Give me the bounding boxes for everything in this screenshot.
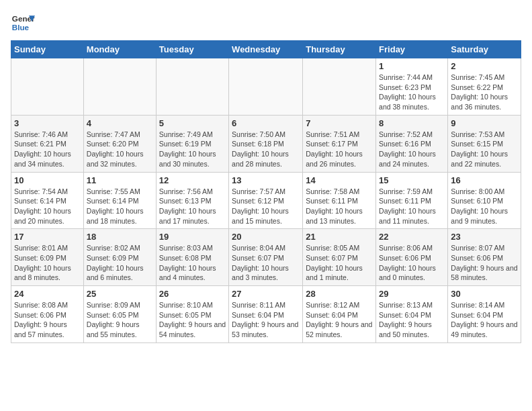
day-number: 9	[451, 118, 518, 128]
logo-icon: General Blue	[11, 11, 35, 35]
day-info: Sunrise: 8:07 AM Sunset: 6:06 PM Dayligh…	[451, 243, 518, 283]
day-info: Sunrise: 8:06 AM Sunset: 6:06 PM Dayligh…	[379, 243, 445, 283]
day-number: 30	[451, 289, 518, 299]
day-number: 10	[14, 175, 81, 185]
day-number: 14	[306, 175, 373, 185]
day-number: 6	[232, 118, 300, 128]
column-header-saturday: Saturday	[448, 41, 521, 58]
day-info: Sunrise: 7:46 AM Sunset: 6:21 PM Dayligh…	[14, 130, 81, 169]
calendar-cell	[229, 58, 303, 116]
calendar-cell: 3Sunrise: 7:46 AM Sunset: 6:21 PM Daylig…	[11, 115, 84, 172]
day-info: Sunrise: 7:44 AM Sunset: 6:23 PM Dayligh…	[379, 73, 445, 112]
calendar-cell	[156, 58, 228, 116]
logo: General Blue	[11, 11, 35, 35]
day-info: Sunrise: 8:00 AM Sunset: 6:10 PM Dayligh…	[451, 187, 518, 226]
day-info: Sunrise: 8:10 AM Sunset: 6:05 PM Dayligh…	[159, 300, 226, 340]
day-info: Sunrise: 7:47 AM Sunset: 6:20 PM Dayligh…	[87, 130, 153, 169]
column-header-thursday: Thursday	[303, 41, 376, 58]
column-header-monday: Monday	[83, 41, 156, 58]
day-number: 2	[451, 61, 518, 71]
day-number: 12	[159, 175, 226, 185]
calendar-cell: 13Sunrise: 7:57 AM Sunset: 6:12 PM Dayli…	[229, 172, 303, 229]
calendar-cell: 22Sunrise: 8:06 AM Sunset: 6:06 PM Dayli…	[376, 229, 448, 286]
day-info: Sunrise: 7:53 AM Sunset: 6:15 PM Dayligh…	[451, 130, 518, 169]
week-row-4: 17Sunrise: 8:01 AM Sunset: 6:09 PM Dayli…	[11, 229, 521, 286]
day-number: 24	[14, 289, 81, 299]
day-info: Sunrise: 8:14 AM Sunset: 6:04 PM Dayligh…	[451, 300, 518, 340]
calendar-cell: 1Sunrise: 7:44 AM Sunset: 6:23 PM Daylig…	[376, 58, 448, 116]
calendar-table: SundayMondayTuesdayWednesdayThursdayFrid…	[11, 40, 521, 343]
day-number: 1	[379, 61, 445, 71]
calendar-cell: 21Sunrise: 8:05 AM Sunset: 6:07 PM Dayli…	[303, 229, 376, 286]
day-number: 17	[14, 232, 81, 242]
day-info: Sunrise: 7:45 AM Sunset: 6:22 PM Dayligh…	[451, 73, 518, 112]
calendar-cell: 15Sunrise: 7:59 AM Sunset: 6:11 PM Dayli…	[376, 172, 448, 229]
calendar-cell: 29Sunrise: 8:13 AM Sunset: 6:04 PM Dayli…	[376, 286, 448, 343]
calendar-cell: 18Sunrise: 8:02 AM Sunset: 6:09 PM Dayli…	[83, 229, 156, 286]
column-header-friday: Friday	[376, 41, 448, 58]
calendar-cell: 23Sunrise: 8:07 AM Sunset: 6:06 PM Dayli…	[448, 229, 521, 286]
calendar-cell: 28Sunrise: 8:12 AM Sunset: 6:04 PM Dayli…	[303, 286, 376, 343]
week-row-3: 10Sunrise: 7:54 AM Sunset: 6:14 PM Dayli…	[11, 172, 521, 229]
day-info: Sunrise: 8:08 AM Sunset: 6:06 PM Dayligh…	[14, 300, 81, 340]
day-info: Sunrise: 7:57 AM Sunset: 6:12 PM Dayligh…	[232, 187, 300, 226]
calendar-cell	[83, 58, 156, 116]
calendar-cell: 16Sunrise: 8:00 AM Sunset: 6:10 PM Dayli…	[448, 172, 521, 229]
day-number: 26	[159, 289, 226, 299]
day-info: Sunrise: 8:02 AM Sunset: 6:09 PM Dayligh…	[87, 243, 153, 283]
day-number: 22	[379, 232, 445, 242]
calendar-cell: 4Sunrise: 7:47 AM Sunset: 6:20 PM Daylig…	[83, 115, 156, 172]
week-row-2: 3Sunrise: 7:46 AM Sunset: 6:21 PM Daylig…	[11, 115, 521, 172]
day-number: 23	[451, 232, 518, 242]
day-info: Sunrise: 8:09 AM Sunset: 6:05 PM Dayligh…	[87, 300, 153, 340]
calendar-cell: 14Sunrise: 7:58 AM Sunset: 6:11 PM Dayli…	[303, 172, 376, 229]
calendar-cell	[303, 58, 376, 116]
calendar-cell: 24Sunrise: 8:08 AM Sunset: 6:06 PM Dayli…	[11, 286, 84, 343]
calendar-cell: 9Sunrise: 7:53 AM Sunset: 6:15 PM Daylig…	[448, 115, 521, 172]
calendar-header-row: SundayMondayTuesdayWednesdayThursdayFrid…	[11, 41, 521, 58]
day-number: 21	[306, 232, 373, 242]
day-info: Sunrise: 8:05 AM Sunset: 6:07 PM Dayligh…	[306, 243, 373, 283]
column-header-wednesday: Wednesday	[229, 41, 303, 58]
calendar-cell: 20Sunrise: 8:04 AM Sunset: 6:07 PM Dayli…	[229, 229, 303, 286]
day-number: 8	[379, 118, 445, 128]
calendar-cell: 11Sunrise: 7:55 AM Sunset: 6:14 PM Dayli…	[83, 172, 156, 229]
day-number: 29	[379, 289, 445, 299]
day-number: 19	[159, 232, 226, 242]
day-number: 11	[87, 175, 153, 185]
day-info: Sunrise: 7:50 AM Sunset: 6:18 PM Dayligh…	[232, 130, 300, 169]
calendar-cell: 17Sunrise: 8:01 AM Sunset: 6:09 PM Dayli…	[11, 229, 84, 286]
day-number: 4	[87, 118, 153, 128]
day-info: Sunrise: 8:04 AM Sunset: 6:07 PM Dayligh…	[232, 243, 300, 283]
day-info: Sunrise: 7:51 AM Sunset: 6:17 PM Dayligh…	[306, 130, 373, 169]
calendar-cell: 2Sunrise: 7:45 AM Sunset: 6:22 PM Daylig…	[448, 58, 521, 116]
calendar-cell: 8Sunrise: 7:52 AM Sunset: 6:16 PM Daylig…	[376, 115, 448, 172]
calendar-cell: 7Sunrise: 7:51 AM Sunset: 6:17 PM Daylig…	[303, 115, 376, 172]
calendar-cell: 30Sunrise: 8:14 AM Sunset: 6:04 PM Dayli…	[448, 286, 521, 343]
day-number: 28	[306, 289, 373, 299]
day-info: Sunrise: 7:55 AM Sunset: 6:14 PM Dayligh…	[87, 187, 153, 226]
header: General Blue	[11, 11, 521, 35]
day-number: 27	[232, 289, 300, 299]
calendar-cell: 25Sunrise: 8:09 AM Sunset: 6:05 PM Dayli…	[83, 286, 156, 343]
day-number: 18	[87, 232, 153, 242]
day-number: 25	[87, 289, 153, 299]
column-header-tuesday: Tuesday	[156, 41, 228, 58]
day-info: Sunrise: 7:56 AM Sunset: 6:13 PM Dayligh…	[159, 187, 226, 226]
day-number: 5	[159, 118, 226, 128]
day-number: 16	[451, 175, 518, 185]
day-number: 20	[232, 232, 300, 242]
calendar-cell: 5Sunrise: 7:49 AM Sunset: 6:19 PM Daylig…	[156, 115, 228, 172]
day-info: Sunrise: 8:11 AM Sunset: 6:04 PM Dayligh…	[232, 300, 300, 340]
week-row-1: 1Sunrise: 7:44 AM Sunset: 6:23 PM Daylig…	[11, 58, 521, 116]
calendar-cell: 10Sunrise: 7:54 AM Sunset: 6:14 PM Dayli…	[11, 172, 84, 229]
calendar-cell: 26Sunrise: 8:10 AM Sunset: 6:05 PM Dayli…	[156, 286, 228, 343]
day-number: 7	[306, 118, 373, 128]
day-info: Sunrise: 7:59 AM Sunset: 6:11 PM Dayligh…	[379, 187, 445, 226]
column-header-sunday: Sunday	[11, 41, 84, 58]
day-number: 3	[14, 118, 81, 128]
day-info: Sunrise: 8:01 AM Sunset: 6:09 PM Dayligh…	[14, 243, 81, 283]
calendar-cell: 27Sunrise: 8:11 AM Sunset: 6:04 PM Dayli…	[229, 286, 303, 343]
day-info: Sunrise: 8:03 AM Sunset: 6:08 PM Dayligh…	[159, 243, 226, 283]
day-info: Sunrise: 7:49 AM Sunset: 6:19 PM Dayligh…	[159, 130, 226, 169]
